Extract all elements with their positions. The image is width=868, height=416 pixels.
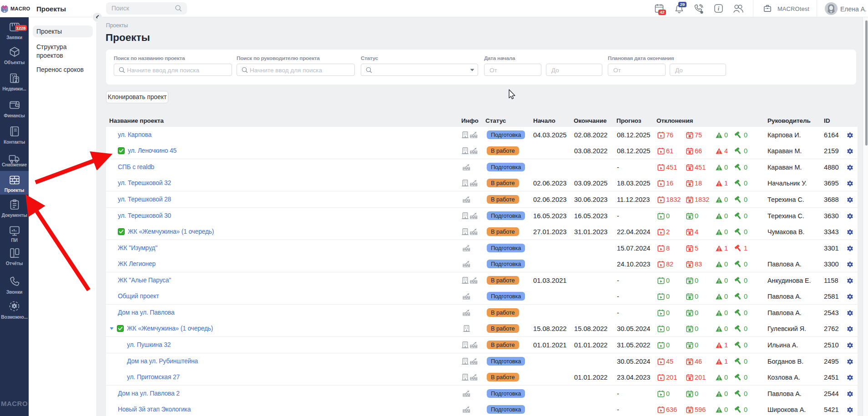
svg-text:i: i <box>718 5 720 12</box>
